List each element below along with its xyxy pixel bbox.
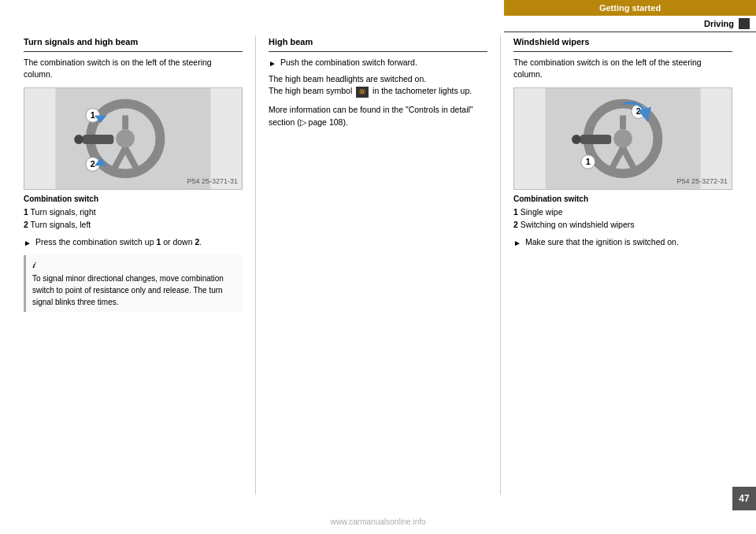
col2-title: High beam — [269, 35, 487, 52]
col3-combo-label: Combination switch — [513, 193, 732, 205]
svg-point-2 — [116, 129, 135, 148]
header-driving: Driving — [504, 16, 756, 32]
header-getting-started: Getting started — [504, 0, 756, 16]
svg-text:2: 2 — [636, 106, 641, 116]
driving-label: Driving — [704, 19, 734, 28]
col1-desc: The combination switch is on the left of… — [24, 57, 243, 82]
info-icon: 𝑖 — [32, 259, 236, 271]
col1-bullet: ► Press the combination switch up 1 or d… — [24, 236, 243, 249]
divider-2 — [500, 35, 501, 495]
svg-point-16 — [613, 129, 632, 148]
col-high-beam: High beam ► Push the combination switch … — [259, 35, 497, 495]
header: Getting started Driving — [504, 0, 756, 32]
col3-bullet-text: Make sure that the ignition is switched … — [525, 236, 679, 249]
col1-combo-label: Combination switch — [24, 193, 243, 205]
col2-bullet1-text: Push the combination switch forward. — [280, 57, 417, 69]
svg-point-7 — [74, 135, 83, 144]
list-item: 2 Switching on windshield wipers — [513, 219, 732, 232]
col1-numbered-list: 1 Turn signals, right 2 Turn signals, le… — [24, 206, 243, 232]
col1-steering-svg: 1 2 — [24, 88, 242, 189]
col2-bullet1: ► Push the combination switch forward. — [269, 57, 487, 69]
list-item: 1 Single wipe — [513, 206, 732, 219]
col3-img-caption: P54 25-3272-31 — [676, 176, 728, 187]
col3-steering-svg: 1 2 — [514, 88, 732, 189]
col3-desc: The combination switch is on the left of… — [513, 57, 732, 82]
list-item: 2 Turn signals, left — [24, 219, 243, 232]
divider-1 — [255, 35, 256, 495]
svg-rect-20 — [580, 135, 611, 144]
col-windshield: Windshield wipers The combination switch… — [504, 35, 732, 495]
driving-square — [739, 18, 750, 29]
col2-desc1: The high beam headlights are switched on… — [269, 73, 487, 98]
bullet-arrow-icon: ► — [269, 57, 276, 69]
col1-img-caption: P54 25-3271-31 — [187, 176, 238, 187]
page-number: 47 — [732, 487, 756, 510]
svg-point-21 — [572, 135, 581, 144]
col3-image: 1 2 P54 25-3272-31 — [513, 87, 732, 190]
col1-info-box: 𝑖 To signal minor directional changes, m… — [24, 255, 243, 312]
svg-rect-6 — [83, 135, 113, 144]
svg-text:1: 1 — [586, 157, 591, 166]
high-beam-symbol: 🔅 — [356, 87, 369, 98]
col3-numbered-list: 1 Single wipe 2 Switching on windshield … — [513, 206, 732, 232]
main-content: Turn signals and high beam The combinati… — [24, 35, 732, 495]
footer-watermark: www.carmanualsonline.info — [330, 517, 425, 526]
col1-info-text: To signal minor directional changes, mov… — [32, 274, 224, 306]
col1-title: Turn signals and high beam — [24, 35, 243, 52]
bullet-arrow-icon: ► — [513, 237, 521, 249]
col2-more-info: More information can be found in the "Co… — [269, 104, 487, 129]
col-turn-signals: Turn signals and high beam The combinati… — [24, 35, 252, 495]
col3-bullet: ► Make sure that the ignition is switche… — [513, 236, 732, 249]
svg-text:2: 2 — [91, 159, 95, 169]
bullet-arrow-icon: ► — [24, 237, 32, 249]
svg-text:1: 1 — [91, 110, 95, 120]
list-item: 1 Turn signals, right — [24, 206, 243, 219]
col1-image: 1 2 P54 25-3271-31 — [24, 87, 243, 190]
col3-title: Windshield wipers — [513, 35, 732, 52]
